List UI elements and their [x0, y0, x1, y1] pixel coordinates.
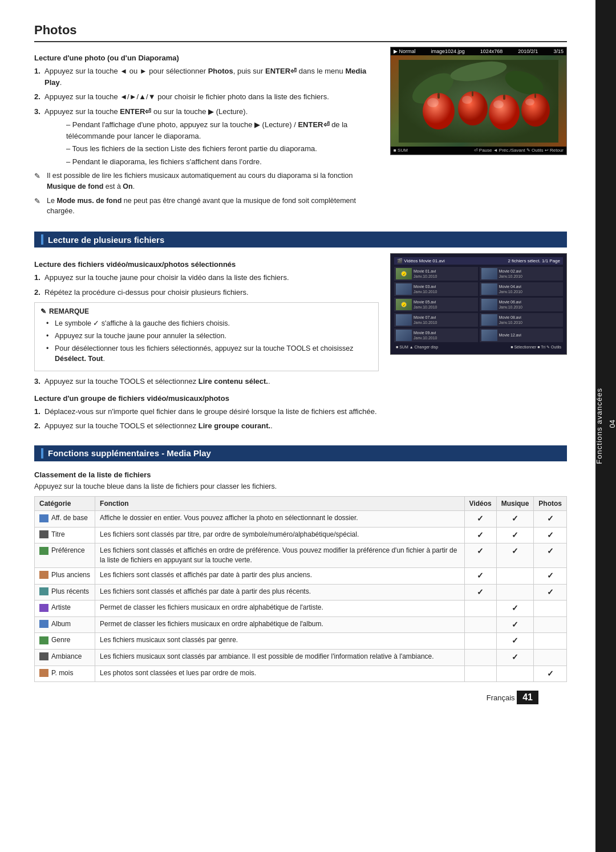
col-header-music: Musique — [496, 497, 534, 511]
video-check-empty — [464, 650, 496, 666]
photos-sub-1: Pendant l'affichage d'une photo, appuyez… — [56, 119, 379, 141]
table-row: P. mois Les photos sont classées et lues… — [35, 666, 567, 682]
svg-point-15 — [525, 99, 534, 106]
table-row: Préférence Les fichiers sont classés et … — [35, 543, 567, 568]
category-icon — [39, 669, 48, 677]
svg-point-8 — [489, 95, 520, 130]
video-check-empty — [464, 633, 496, 650]
lecture-group-steps: 1. Déplacez-vous sur n'importe quel fich… — [34, 406, 379, 432]
category-label: Plus anciens — [51, 570, 90, 580]
media-display: 🎬 Vidéos Movie 01.avi 2 fichiers sélect.… — [390, 253, 567, 355]
lecture-step3: 3. Appuyez sur la touche TOOLS et sélect… — [34, 376, 379, 387]
media-item-text: Movie 08.aviJanv.10.2010 — [499, 315, 523, 325]
col-header-videos: Vidéos — [464, 497, 496, 511]
function-cell: Les fichiers sont classés et affichés en… — [95, 543, 464, 568]
music-check: ✓ — [496, 543, 534, 568]
media-thumb — [396, 283, 412, 295]
video-check: ✓ — [464, 511, 496, 528]
category-label: Titre — [51, 530, 65, 539]
col-header-function: Fonction — [95, 497, 464, 511]
tv-display: ▶ Normal image1024.jpg 1024x768 2010/2/1… — [390, 47, 567, 155]
video-check-empty — [464, 601, 496, 617]
category-label: Artiste — [51, 603, 71, 612]
category-label: P. mois — [51, 668, 73, 678]
fonctions-section: Fonctions supplémentaires - Media Play C… — [34, 445, 567, 683]
media-item: Movie 04.aviJanv.10.2010 — [480, 282, 564, 296]
chapter-title: Fonctions avancées — [595, 388, 603, 464]
tv-bottom-bar: ■ SUM ⏎ Pause ◄ Préc./Savant ✎ Outils ↩ … — [391, 147, 566, 154]
lecture-step-1: 1. Appuyez sur la touche jaune pour choi… — [34, 272, 379, 283]
remark-title: REMARQUE — [40, 307, 372, 315]
music-check-empty — [496, 666, 534, 682]
video-check: ✓ — [464, 543, 496, 568]
photo-check: ✓ — [534, 527, 567, 543]
function-cell: Les fichiers sont classés et affichés pa… — [95, 584, 464, 601]
media-item: ✓ Movie 01.aviJanv.10.2010 — [394, 267, 478, 281]
music-check: ✓ — [496, 633, 534, 650]
category-icon — [39, 604, 48, 612]
remark-item-3: Pour désélectionner tous les fichiers sé… — [46, 343, 372, 365]
svg-rect-11 — [534, 94, 536, 98]
media-item-text: Movie 01.aviJanv.10.2010 — [414, 269, 437, 279]
svg-point-14 — [493, 100, 504, 108]
music-check: ✓ — [496, 601, 534, 617]
function-cell: Affiche le dossier en entier. Vous pouve… — [95, 511, 464, 528]
category-label: Genre — [51, 635, 70, 645]
media-thumb — [481, 283, 497, 295]
music-check: ✓ — [496, 511, 534, 528]
photo-check-empty — [534, 616, 567, 633]
video-check: ✓ — [464, 527, 496, 543]
function-cell: Les fichiers musicaux sont classés par a… — [95, 650, 464, 666]
lecture-group-step-2: 2. Appuyez sur la touche TOOLS et sélect… — [34, 420, 379, 432]
photos-text-column: Lecture d'une photo (ou d'un Diaporama) … — [34, 47, 379, 220]
photos-step-1: 1. Appuyez sur la touche ◄ ou ► pour sél… — [34, 66, 379, 88]
media-screenshot-container: 🎬 Vidéos Movie 01.avi 2 fichiers sélect.… — [390, 253, 567, 435]
category-icon — [39, 587, 48, 595]
remark-box: REMARQUE Le symbole ✓ s'affiche à la gau… — [34, 302, 379, 371]
media-thumb — [481, 299, 497, 310]
svg-rect-5 — [437, 93, 440, 99]
media-item: Movie 07.aviJanv.10.2010 — [394, 313, 478, 327]
table-row: Ambiance Les fichiers musicaux sont clas… — [35, 650, 567, 666]
function-cell: Les fichiers sont classés et affichés pa… — [95, 568, 464, 585]
svg-point-10 — [521, 94, 550, 127]
tv-top-bar: ▶ Normal image1024.jpg 1024x768 2010/2/1… — [391, 47, 566, 55]
table-row: Plus récents Les fichiers sont classés e… — [35, 584, 567, 601]
photos-step-3-subitems: Pendant l'affichage d'une photo, appuyez… — [44, 119, 379, 167]
svg-point-12 — [427, 98, 439, 107]
media-item-text: Movie 03.aviJanv.10.2010 — [414, 284, 437, 294]
category-cell: Artiste — [35, 601, 95, 617]
lecture-photo-title: Lecture d'une photo (ou d'un Diaporama) — [34, 54, 379, 62]
lecture-selected-title: Lecture des fichiers vidéo/musicaux/phot… — [34, 260, 379, 269]
music-check: ✓ — [496, 650, 534, 666]
media-item-text: Movie 04.aviJanv.10.2010 — [499, 284, 523, 294]
table-row: Genre Les fichiers musicaux sont classés… — [35, 633, 567, 650]
photos-steps-list: 1. Appuyez sur la touche ◄ ou ► pour sél… — [34, 66, 379, 167]
media-bottom-bar: ■ SUM ▲ Changer disp ■ Sélectionner ■ Tr… — [394, 344, 563, 351]
music-check-empty — [496, 584, 534, 601]
photos-sub-2: Tous les fichiers de la section Liste de… — [56, 143, 379, 155]
lecture-steps: 1. Appuyez sur la touche jaune pour choi… — [34, 272, 379, 298]
photo-check: ✓ — [534, 568, 567, 585]
media-item-text: Movie 06.aviJanv.10.2010 — [499, 299, 523, 310]
media-thumb-selected: ✓ — [396, 268, 412, 279]
media-item: Movie 06.aviJanv.10.2010 — [480, 298, 564, 311]
category-cell: P. mois — [35, 666, 95, 682]
remark-items: Le symbole ✓ s'affiche à la gauche des f… — [40, 318, 372, 364]
photos-note-1: Il est possible de lire les fichiers mus… — [34, 171, 379, 192]
lecture-step-3: 3. Appuyez sur la touche TOOLS et sélect… — [34, 376, 379, 387]
category-label: Préférence — [51, 546, 85, 555]
fonctions-section-header: Fonctions supplémentaires - Media Play — [34, 445, 567, 461]
media-top-bar: 🎬 Vidéos Movie 01.avi 2 fichiers sélect.… — [394, 257, 563, 265]
category-label: Ambiance — [51, 652, 82, 662]
table-section: Classement de la liste de fichiers Appuy… — [34, 470, 567, 683]
remark-item-1: Le symbole ✓ s'affiche à la gauche des f… — [46, 318, 372, 329]
photo-check-empty — [534, 633, 567, 650]
category-cell: Album — [35, 616, 95, 633]
category-icon — [39, 620, 48, 628]
category-icon — [39, 530, 48, 538]
media-thumb — [396, 330, 412, 341]
table-header-row: Catégorie Fonction Vidéos Musique Photos — [35, 497, 567, 511]
chapter-tab: 04 Fonctions avancées — [595, 0, 616, 852]
category-cell: Préférence — [35, 543, 95, 568]
